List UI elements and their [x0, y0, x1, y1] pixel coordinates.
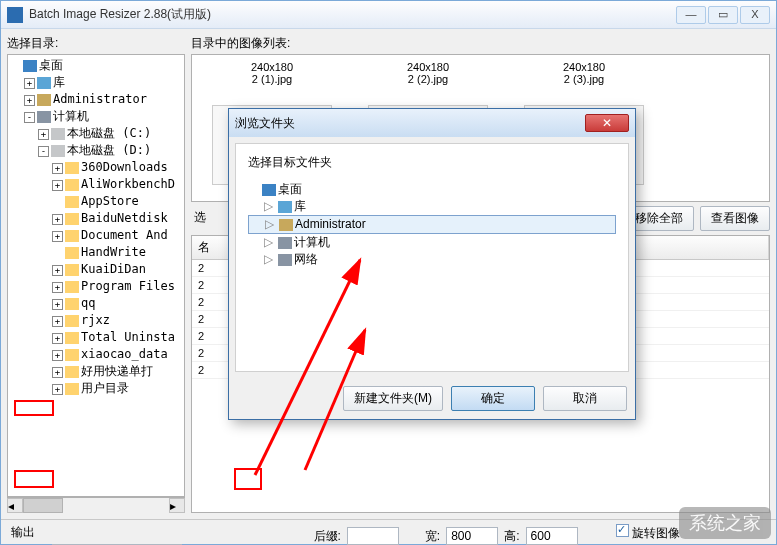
tree-item[interactable]: +qq [10, 295, 182, 312]
suffix-label: 后缀: [314, 528, 341, 545]
tree-item[interactable]: +KuaiDiDan [10, 261, 182, 278]
browse-folder-dialog: 浏览文件夹 ✕ 选择目标文件夹 桌面▷库▷Administrator▷计算机▷网… [228, 108, 636, 420]
tree-expander[interactable]: + [52, 265, 63, 276]
tree-item[interactable]: +BaiduNetdisk [10, 210, 182, 227]
scroll-left-button[interactable]: ◂ [7, 498, 23, 513]
tree-label: 本地磁盘 (C:) [67, 126, 151, 140]
tree-label: KuaiDiDan [81, 262, 146, 276]
lib-icon [37, 77, 51, 89]
select-label: 选 [191, 206, 209, 231]
tree-expander[interactable]: + [52, 316, 63, 327]
dialog-prompt: 选择目标文件夹 [248, 154, 616, 171]
dialog-titlebar[interactable]: 浏览文件夹 ✕ [229, 109, 635, 137]
minimize-button[interactable]: — [676, 6, 706, 24]
rotate-checkbox[interactable] [616, 524, 629, 537]
tree-expander[interactable]: - [24, 112, 35, 123]
tree-item[interactable]: +Administrator [10, 91, 182, 108]
user-icon [279, 219, 293, 231]
tree-expander[interactable]: + [38, 129, 49, 140]
tree-expander[interactable]: + [24, 95, 35, 106]
tree-item[interactable]: +用户目录 [10, 380, 182, 397]
tree-item[interactable]: +xiaocao_data [10, 346, 182, 363]
select-dir-label: 选择目录: [7, 35, 185, 52]
dialog-tree-item[interactable]: ▷网络 [248, 251, 616, 268]
directory-tree[interactable]: 桌面+库+Administrator-计算机+本地磁盘 (C:)-本地磁盘 (D… [7, 54, 185, 497]
tree-label: 计算机 [294, 235, 330, 249]
width-input[interactable] [446, 527, 498, 545]
tree-item[interactable]: HandWrite [10, 244, 182, 261]
folder-icon [65, 230, 79, 242]
tree-expander[interactable]: + [52, 231, 63, 242]
tree-item[interactable]: +360Downloads [10, 159, 182, 176]
tree-label: AppStore [81, 194, 139, 208]
tree-item[interactable]: +Program Files [10, 278, 182, 295]
dialog-tree-item[interactable]: 桌面 [248, 181, 616, 198]
folder-icon [65, 264, 79, 276]
dialog-tree-item[interactable]: ▷库 [248, 198, 616, 215]
view-image-button[interactable]: 查看图像 [700, 206, 770, 231]
scroll-thumb[interactable] [23, 498, 63, 513]
computer-icon [37, 111, 51, 123]
tree-label: 库 [53, 75, 65, 89]
folder-icon [65, 349, 79, 361]
tree-expander-icon[interactable]: ▷ [264, 199, 278, 214]
height-input[interactable] [526, 527, 578, 545]
new-folder-button[interactable]: 新建文件夹(M) [343, 386, 443, 411]
close-button[interactable]: X [740, 6, 770, 24]
tree-expander[interactable]: + [52, 163, 63, 174]
tree-item[interactable]: +本地磁盘 (C:) [10, 125, 182, 142]
dialog-folder-tree[interactable]: 桌面▷库▷Administrator▷计算机▷网络 [248, 181, 616, 361]
dialog-close-button[interactable]: ✕ [585, 114, 629, 132]
tree-expander[interactable]: + [52, 299, 63, 310]
tree-hscrollbar[interactable]: ◂ ▸ [7, 497, 185, 513]
folder-icon [65, 383, 79, 395]
tree-expander[interactable]: + [24, 78, 35, 89]
tree-label: 360Downloads [81, 160, 168, 174]
scroll-right-button[interactable]: ▸ [169, 498, 185, 513]
titlebar[interactable]: Batch Image Resizer 2.88(试用版) — ▭ X [1, 1, 776, 29]
tree-label: qq [81, 296, 95, 310]
tree-label: Administrator [295, 217, 366, 231]
drive-icon [51, 128, 65, 140]
rotate-label: 旋转图像 [632, 526, 680, 540]
tree-label: rjxz [81, 313, 110, 327]
dialog-tree-item[interactable]: ▷Administrator [248, 215, 616, 234]
tree-expander-icon[interactable]: ▷ [265, 217, 279, 232]
tree-item[interactable]: +Total Uninsta [10, 329, 182, 346]
folder-icon [65, 281, 79, 293]
tree-item[interactable]: +Document And [10, 227, 182, 244]
tree-item[interactable]: +好用快递单打 [10, 363, 182, 380]
ok-button[interactable]: 确定 [451, 386, 535, 411]
computer-icon [278, 254, 292, 266]
tree-label: Document And [81, 228, 168, 242]
tree-item[interactable]: AppStore [10, 193, 182, 210]
tree-label: HandWrite [81, 245, 146, 259]
tree-label: Total Uninsta [81, 330, 175, 344]
tree-item[interactable]: +rjxz [10, 312, 182, 329]
tree-expander[interactable]: + [52, 282, 63, 293]
folder-icon [65, 315, 79, 327]
tree-label: Administrator [53, 92, 147, 106]
folder-icon [65, 247, 79, 259]
cancel-button[interactable]: 取消 [543, 386, 627, 411]
tree-expander[interactable]: + [52, 384, 63, 395]
tree-item[interactable]: +AliWorkbenchD [10, 176, 182, 193]
tree-expander[interactable]: + [52, 214, 63, 225]
output-section-label: 输出 [11, 524, 302, 541]
tree-expander[interactable]: - [38, 146, 49, 157]
tree-expander[interactable]: + [52, 180, 63, 191]
tree-expander[interactable]: + [52, 367, 63, 378]
dialog-tree-item[interactable]: ▷计算机 [248, 234, 616, 251]
tree-label: 好用快递单打 [81, 364, 153, 378]
tree-item[interactable]: +库 [10, 74, 182, 91]
suffix-input[interactable] [347, 527, 399, 545]
tree-expander[interactable]: + [52, 333, 63, 344]
tree-expander-icon[interactable]: ▷ [264, 235, 278, 250]
tree-item[interactable]: -计算机 [10, 108, 182, 125]
tree-item[interactable]: 桌面 [10, 57, 182, 74]
tree-expander[interactable]: + [52, 350, 63, 361]
tree-item[interactable]: -本地磁盘 (D:) [10, 142, 182, 159]
window-title: Batch Image Resizer 2.88(试用版) [29, 6, 674, 23]
maximize-button[interactable]: ▭ [708, 6, 738, 24]
tree-expander-icon[interactable]: ▷ [264, 252, 278, 267]
